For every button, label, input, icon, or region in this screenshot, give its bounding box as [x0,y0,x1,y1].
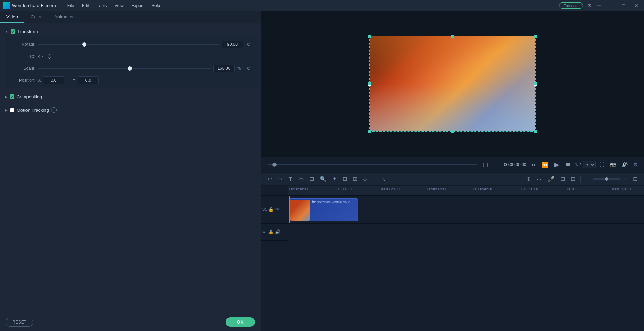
mic-button[interactable]: 🎤 [546,174,557,184]
play-button[interactable]: ▶ [553,159,561,170]
transform-collapse-arrow: ▼ [5,30,8,33]
redo-button[interactable]: ↪ [275,174,284,184]
transform-checkbox[interactable] [11,29,15,34]
handle-top-center[interactable] [451,35,454,38]
rotate-value[interactable] [222,41,243,48]
handle-middle-left[interactable] [368,82,371,86]
preview-video [370,36,535,131]
video-eye-icon[interactable]: 👁 [275,207,279,212]
compositing-checkbox[interactable] [10,94,14,99]
minimize-button[interactable]: — [606,2,616,9]
pos-y-label: Y [73,78,75,83]
menu-help[interactable]: Help [148,2,164,9]
flip-label: Flip: [11,54,35,59]
screenshot-button[interactable]: 📷 [608,161,618,168]
handle-bottom-left[interactable] [368,130,371,133]
timeline-label-spacer [261,186,288,196]
close-button[interactable]: ✕ [631,2,641,9]
notification-icon[interactable]: ✉ [586,1,593,10]
search-button[interactable]: 🔍 [317,174,329,184]
video-track-label: V1 🔒 👁 [261,196,288,224]
scale-value[interactable] [213,65,235,72]
snap-button[interactable]: ⊕ [524,174,533,184]
menu-file[interactable]: File [64,2,78,9]
motion-tracking-checkbox[interactable] [10,108,14,112]
keyframe-button[interactable]: ◇ [361,174,369,184]
tab-animation[interactable]: Animation [48,11,81,23]
video-clip[interactable]: wondershare vertical cloud ▶ [289,198,358,221]
app-logo-area: Wondershare Filmora File Edit Tools View… [3,2,559,9]
caption-button[interactable]: ⊞ [558,174,567,184]
effects-button[interactable]: ✦ [330,174,339,184]
frame-back-button[interactable]: ⏪ [540,160,550,170]
app-logo-icon [3,2,10,9]
menu-tools[interactable]: Tools [93,2,110,9]
ruler-time-3: 00:00:30:00 [427,187,446,191]
handle-bottom-right[interactable] [534,130,537,133]
crop-button[interactable]: ⊡ [307,174,316,184]
handle-middle-right[interactable] [534,82,537,86]
reset-all-button[interactable]: RESET [6,318,33,327]
zoom-in-button[interactable]: + [622,174,630,184]
transform-header[interactable]: ▼ Transform [4,27,257,36]
compositing-section: ▶ Compositing [4,92,257,102]
ruler-time-6: 00:01:00:00 [566,187,584,191]
tab-video[interactable]: Video [0,11,24,23]
motion-tracking-info-icon[interactable]: i [51,107,57,113]
flip-vertical-button[interactable]: ⇕ [47,53,52,60]
ruler-time-5: 00:00:50:00 [520,187,538,191]
zoom-out-button[interactable]: − [583,174,591,184]
audio-volume-icon[interactable]: 🔊 [275,229,280,234]
align-button[interactable]: ≡ [371,174,378,184]
menu-export[interactable]: Export [128,2,147,9]
compositing-header[interactable]: ▶ Compositing [4,92,257,102]
undo-button[interactable]: ↩ [265,174,274,184]
preview-scrubber[interactable] [268,164,477,165]
rotate-reset-button[interactable]: ↻ [246,42,251,47]
split-button[interactable]: ⊟ [340,174,349,184]
ok-button[interactable]: OK [226,317,255,327]
volume-button[interactable]: 🔊 [620,161,630,168]
expand-button[interactable]: ⊞ [351,174,359,184]
grid-button[interactable]: ⊟ [569,174,577,184]
handle-bottom-center[interactable] [451,130,454,133]
motion-tracking-section: ▶ Motion Tracking i [4,105,257,115]
cut-button[interactable]: ✂ [297,174,306,184]
ruler-time-4: 00:00:40:00 [473,187,492,191]
tab-color[interactable]: Color [24,11,48,23]
video-overlay [370,36,535,131]
skip-back-button[interactable]: ⏮ [529,160,537,169]
timeline-ruler[interactable]: 00:00:00:00 00:00:10:00 00:00:20:00 00:0… [288,186,644,196]
settings-icon[interactable]: ☰ [596,1,603,10]
page-select[interactable]: ▾ [583,161,596,168]
flip-row: Flip: ⇔ ⇕ [11,53,251,60]
fit-button[interactable]: ⊡ [631,174,640,184]
pos-x-input[interactable] [43,76,64,84]
video-lock-icon[interactable]: 🔒 [268,207,274,212]
zoom-slider[interactable] [593,178,621,180]
handle-top-left[interactable] [368,35,371,38]
settings-button[interactable]: ⚙ [632,161,640,168]
rotate-slider[interactable] [38,44,219,45]
delete-button[interactable]: 🗑 [286,174,296,184]
stop-button[interactable]: ⏹ [564,160,572,169]
audio-button[interactable]: ♫ [379,174,388,184]
flip-horizontal-button[interactable]: ⇔ [38,53,43,60]
handle-top-right[interactable] [534,35,537,38]
menu-view[interactable]: View [111,2,127,9]
tutorials-button[interactable]: Tutorials [559,2,583,9]
maximize-button[interactable]: □ [619,2,628,9]
pos-y-input[interactable] [78,76,99,84]
scale-reset-button[interactable]: ↻ [246,66,251,71]
scrubber-head[interactable] [272,163,277,167]
preview-area [261,11,644,157]
fullscreen-button[interactable]: ⛶ [598,161,606,168]
ruler-marks: 00:00:00:00 00:00:10:00 00:00:20:00 00:0… [288,186,644,195]
shield-button[interactable]: 🛡 [534,174,544,184]
menu-edit[interactable]: Edit [78,2,93,9]
tracks-content: wondershare vertical cloud ▶ [288,196,644,331]
rotate-label: Rotate: [11,42,35,47]
timeline-tracks: V1 🔒 👁 A1 🔒 🔊 [261,196,644,331]
scale-slider[interactable] [38,68,211,69]
audio-lock-icon[interactable]: 🔒 [268,229,274,234]
